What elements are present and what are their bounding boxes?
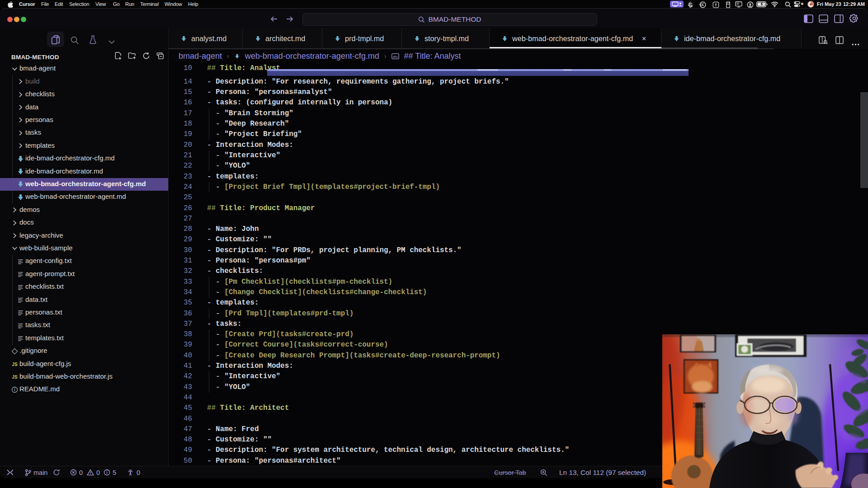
svg-text:JS: JS [12,362,18,367]
svg-text:JS: JS [12,375,18,380]
